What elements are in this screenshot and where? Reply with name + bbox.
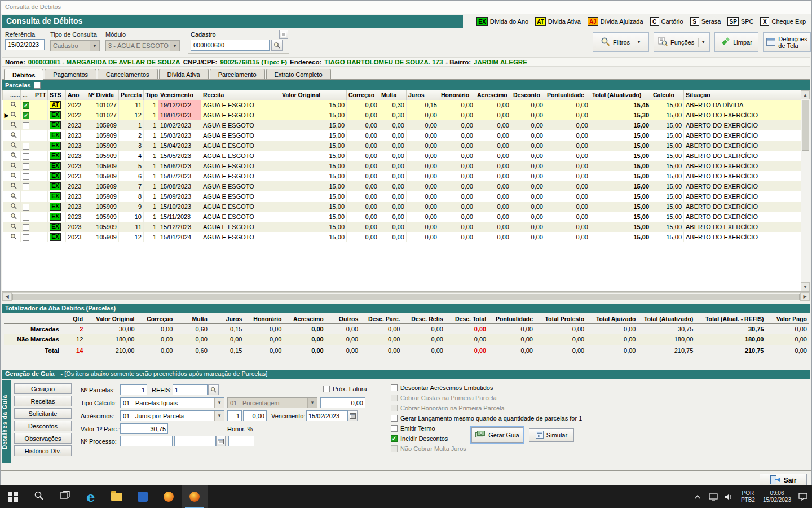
vencimento-input[interactable] — [306, 410, 348, 421]
tab-cancelamentos[interactable]: Cancelamentos — [98, 69, 157, 79]
tab-pagamentos[interactable]: Pagamentos — [45, 69, 96, 79]
definicoes-tela-button[interactable]: Definiçõesde Tela — [763, 32, 811, 52]
zoom-icon[interactable] — [10, 143, 17, 150]
guia-checkbox[interactable] — [391, 405, 398, 411]
acrescimos-combo[interactable]: 01 - Juros por Parcela ▼ — [120, 410, 224, 421]
volume-icon[interactable] — [722, 485, 736, 508]
parcelas-checkbox[interactable] — [34, 82, 41, 89]
row-checkbox[interactable] — [23, 153, 29, 160]
tray-chevron-up[interactable] — [691, 485, 704, 508]
table-row[interactable]: EX20231059099115/10/2023AGUA E ESGOTO15,… — [3, 202, 802, 212]
table-row[interactable]: EX20231059095115/06/2023AGUA E ESGOTO15,… — [3, 161, 802, 171]
tab-dívida-ativa[interactable]: Dívida Ativa — [159, 69, 209, 79]
edge-button[interactable]: e — [78, 485, 104, 508]
refis-input[interactable] — [173, 384, 208, 395]
zoom-icon[interactable] — [10, 102, 17, 109]
table-row[interactable]: EX20231059098115/09/2023AGUA E ESGOTO15,… — [3, 191, 802, 202]
filtros-button[interactable]: Filtros ▼ — [593, 32, 649, 52]
row-checkbox[interactable] — [23, 143, 29, 150]
row-checkbox[interactable] — [23, 183, 29, 190]
guia-checkbox[interactable] — [391, 395, 398, 401]
horizontal-scroll-thumb[interactable] — [12, 294, 800, 300]
guia-checkbox-row[interactable]: Gerar Lançamento mesmo quando a quantida… — [391, 415, 582, 422]
acrescimos-qtd-input[interactable] — [227, 410, 242, 421]
cadastro-options-button[interactable] — [279, 30, 288, 39]
guia-checkbox[interactable] — [391, 384, 398, 391]
porcentagem-valor-input[interactable] — [320, 397, 365, 408]
network-icon[interactable] — [707, 485, 720, 508]
tab-débitos[interactable]: Débitos — [4, 69, 43, 80]
row-checkbox[interactable] — [23, 173, 29, 180]
zoom-icon[interactable] — [10, 204, 17, 211]
guia-tab-observações[interactable]: Observações — [14, 433, 72, 444]
start-button[interactable] — [0, 485, 26, 508]
table-row[interactable]: EX20231059097115/08/2023AGUA E ESGOTO15,… — [3, 181, 802, 191]
table-row[interactable]: EX20231059091118/02/2023AGUA E ESGOTO15,… — [3, 120, 802, 130]
processo-calendar-button[interactable] — [216, 436, 226, 446]
zoom-icon[interactable] — [10, 163, 17, 170]
zoom-icon[interactable] — [10, 194, 17, 200]
limpar-button[interactable]: Limpar — [714, 32, 758, 52]
row-checkbox[interactable] — [23, 194, 29, 200]
referencia-input[interactable] — [5, 39, 45, 50]
zoom-icon[interactable] — [10, 173, 17, 180]
gerar-guia-button[interactable]: Gerar Guia — [471, 427, 523, 443]
table-row[interactable]: EX20231059092115/03/2023AGUA E ESGOTO15,… — [3, 130, 802, 141]
row-checkbox[interactable] — [23, 234, 29, 241]
zoom-icon[interactable] — [10, 234, 17, 241]
zoom-icon[interactable] — [10, 122, 17, 129]
vertical-scroll-thumb[interactable] — [802, 100, 809, 151]
zoom-icon[interactable] — [10, 214, 17, 221]
row-checkbox[interactable]: ✓ — [23, 102, 29, 109]
prox-fatura-checkbox[interactable] — [323, 386, 330, 392]
scroll-down-button[interactable]: ▼ — [801, 282, 810, 291]
app-button-1[interactable] — [130, 485, 156, 508]
zoom-icon[interactable] — [10, 183, 17, 190]
scroll-left-button[interactable]: ◀ — [2, 292, 12, 301]
guia-tab-geração[interactable]: Geração — [14, 383, 72, 394]
valor-parc-input[interactable] — [120, 423, 168, 434]
table-row[interactable]: EX20231059093115/04/2023AGUA E ESGOTO15,… — [3, 141, 802, 151]
simular-button[interactable]: Simular — [529, 428, 574, 442]
prox-fatura-checkbox-row[interactable]: Próx. Fatura — [323, 386, 367, 392]
guia-checkbox[interactable] — [391, 445, 398, 452]
guia-checkbox-row[interactable]: Descontar Acréscimos Embutidos — [391, 384, 493, 391]
tipo-consulta-combo[interactable]: Cadastro ▼ — [50, 40, 100, 51]
porcentagem-combo[interactable]: 01 - Porcentagem ▼ — [227, 397, 317, 408]
app-button-2[interactable] — [156, 485, 182, 508]
vencimento-calendar-button[interactable] — [348, 410, 358, 421]
guia-checkbox-row[interactable]: Não Cobrar Multa Juros — [391, 445, 466, 452]
row-checkbox[interactable] — [23, 214, 29, 221]
cadastro-search-button[interactable] — [271, 40, 283, 51]
zoom-icon[interactable] — [10, 153, 17, 160]
refis-search-button[interactable] — [208, 384, 219, 395]
table-row[interactable]: EX202310590910115/11/2023AGUA E ESGOTO15… — [3, 212, 802, 222]
acrescimos-valor-input[interactable] — [243, 410, 267, 421]
table-row[interactable]: EX20231059096115/07/2023AGUA E ESGOTO15,… — [3, 171, 802, 181]
horizontal-scrollbar[interactable]: ◀ ▶ — [2, 292, 810, 301]
table-row[interactable]: ▶✓EX202210102712118/01/2023AGUA E ESGOTO… — [3, 110, 802, 120]
row-checkbox[interactable] — [23, 133, 29, 139]
taskbar-search-button[interactable] — [26, 485, 52, 508]
zoom-icon[interactable] — [10, 224, 17, 231]
guia-checkbox-row[interactable]: Emitir Termo — [391, 425, 435, 432]
guia-tab-solicitante[interactable]: Solicitante — [14, 408, 72, 419]
num-parcelas-input[interactable] — [120, 384, 147, 395]
guia-checkbox[interactable] — [391, 425, 398, 432]
processo-input-1[interactable] — [120, 436, 173, 446]
table-row[interactable]: EX202310590912115/01/2024AGUA E ESGOTO15… — [3, 232, 802, 242]
language-indicator[interactable]: POR PTB2 — [738, 490, 758, 503]
zoom-icon[interactable] — [10, 133, 17, 139]
table-row[interactable]: ✓AT202210102711119/12/2022AGUA E ESGOTO1… — [3, 100, 802, 110]
tab-extrato-completo[interactable]: Extrato Completo — [266, 69, 331, 79]
notification-center-button[interactable] — [796, 485, 810, 508]
tipo-calculo-combo[interactable]: 01 - Parcelas Iguais ▼ — [120, 397, 224, 408]
cadastro-input[interactable] — [191, 40, 270, 51]
modulo-combo[interactable]: 3 - ÁGUA E ESGOTO ▼ — [105, 40, 180, 51]
table-row[interactable]: EX202310590911115/12/2023AGUA E ESGOTO15… — [3, 222, 802, 232]
clock[interactable]: 09:06 15/02/2023 — [760, 490, 794, 503]
vertical-scrollbar[interactable]: ▲ ▼ — [801, 90, 810, 291]
file-explorer-button[interactable] — [104, 485, 130, 508]
guia-checkbox-row[interactable]: ✓Incidir Descontos — [391, 435, 448, 442]
funcoes-button[interactable]: Funções ▼ — [654, 32, 710, 52]
